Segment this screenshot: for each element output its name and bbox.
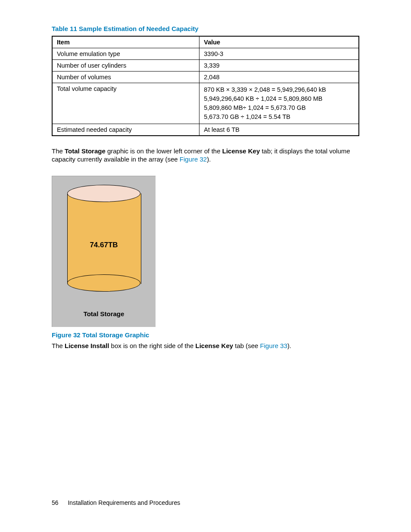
bold-text: License Key — [196, 342, 234, 349]
paragraph-license-install: The License Install box is on the right … — [52, 342, 359, 349]
cell-value: 3,339 — [199, 60, 359, 72]
bold-text: License Key — [222, 147, 260, 155]
cell-value: At least 6 TB — [199, 124, 359, 136]
table-row: Estimated needed capacity At least 6 TB — [52, 124, 359, 136]
bold-text: License Install — [65, 342, 109, 349]
cell-item: Number of volumes — [52, 72, 199, 83]
cell-value: 870 KB × 3,339 × 2,048 = 5,949,296,640 k… — [199, 83, 359, 124]
col-header-value: Value — [199, 36, 359, 48]
text: The — [52, 342, 65, 349]
calc-line: 870 KB × 3,339 × 2,048 = 5,949,296,640 k… — [204, 85, 354, 94]
figure-caption: Figure 32 Total Storage Graphic — [52, 331, 359, 339]
figure-link[interactable]: Figure 33 — [260, 342, 287, 349]
calc-line: 5,809,860 MB÷ 1,024 = 5,673.70 GB — [204, 103, 354, 112]
table-header-row: Item Value — [52, 36, 359, 48]
figure-link[interactable]: Figure 32 — [180, 156, 207, 163]
cell-item: Volume emulation type — [52, 48, 199, 60]
calc-line: 5,673.70 GB ÷ 1,024 = 5.54 TB — [204, 112, 354, 121]
bold-text: Total Storage — [65, 147, 106, 155]
col-header-item: Item — [52, 36, 199, 48]
cell-item: Number of user cylinders — [52, 60, 199, 72]
text: tab (see — [233, 342, 260, 349]
text: graphic is on the lower left corner of t… — [106, 147, 222, 155]
paragraph-total-storage: The Total Storage graphic is on the lowe… — [52, 147, 359, 164]
cell-value: 2,048 — [199, 72, 359, 83]
cylinder-icon: 74.67TB — [67, 185, 140, 288]
text: box is on the right side of the — [109, 342, 195, 349]
text: ). — [287, 342, 291, 349]
table-row: Number of volumes 2,048 — [52, 72, 359, 83]
text: The — [52, 147, 65, 155]
table-row: Total volume capacity 870 KB × 3,339 × 2… — [52, 83, 359, 124]
total-storage-graphic: 74.67TB Total Storage — [52, 176, 156, 327]
page-number: 56 — [52, 499, 59, 506]
capacity-table: Item Value Volume emulation type 3390-3 … — [52, 36, 359, 136]
table-caption: Table 11 Sample Estimation of Needed Cap… — [52, 25, 359, 32]
text: ). — [207, 156, 211, 163]
cylinder-value-label: 74.67TB — [67, 241, 140, 249]
table-row: Volume emulation type 3390-3 — [52, 48, 359, 60]
page-footer: 56 Installation Requirements and Procedu… — [52, 499, 180, 506]
cell-item: Total volume capacity — [52, 83, 199, 124]
section-title: Installation Requirements and Procedures — [68, 499, 180, 506]
cell-value: 3390-3 — [199, 48, 359, 60]
calc-line: 5,949,296,640 KB ÷ 1,024 = 5,809,860 MB — [204, 94, 354, 103]
table-row: Number of user cylinders 3,339 — [52, 60, 359, 72]
cell-item: Estimated needed capacity — [52, 124, 199, 136]
graphic-label: Total Storage — [52, 310, 156, 317]
